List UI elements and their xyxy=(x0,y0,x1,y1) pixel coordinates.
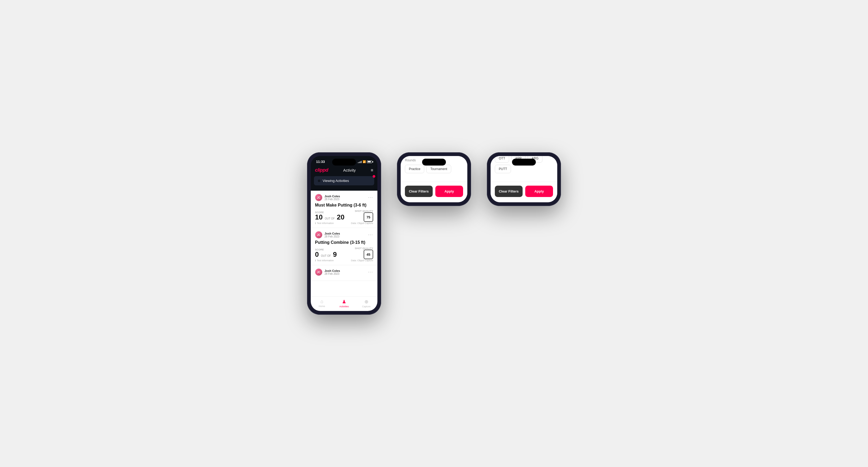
outof-2: OUT OF xyxy=(321,254,331,257)
header-title-1: Activity xyxy=(343,168,356,173)
phone-1: 11:33 📶 clippd Activity xyxy=(307,152,381,315)
filter-pill-putt-3[interactable]: PUTT xyxy=(495,165,511,173)
user-details-2: Josh Coles 28 Feb 2023 xyxy=(324,232,340,238)
capture-icon-1: ⊕ xyxy=(365,299,368,305)
signal-bar-1 xyxy=(358,162,359,163)
avatar-img-2: JC xyxy=(315,231,322,238)
card-header-3: JC Josh Coles 28 Feb 2023 ··· xyxy=(315,269,373,276)
user-info-1: JC Josh Coles 28 Feb 2023 xyxy=(315,194,340,201)
stats-row-1: Score 10 OUT OF 20 Shot Qualit xyxy=(315,210,373,222)
battery-icon-1 xyxy=(367,160,372,163)
nav-capture-label-1: Capture xyxy=(362,305,371,308)
filter-pill-practice-2[interactable]: Practice xyxy=(405,165,424,173)
dynamic-island-2 xyxy=(422,159,446,165)
user-date-3: 28 Feb 2023 xyxy=(324,272,340,275)
more-dots-1[interactable]: ··· xyxy=(368,195,373,200)
avatar-3: JC xyxy=(315,269,322,276)
shot-quality-label-2: Shot Quality xyxy=(355,247,373,250)
phone-2: 11:33 📶 cl xyxy=(397,152,471,206)
user-date-1: 28 Feb 2023 xyxy=(324,198,340,201)
shot-quality-value-2: 45 xyxy=(367,253,370,256)
nav-activities-1[interactable]: ♟ Activities xyxy=(336,299,352,308)
nav-home-1[interactable]: ⌂ Home xyxy=(314,299,330,308)
avatar-1: JC xyxy=(315,194,322,201)
phone-2-screen: 11:33 📶 cl xyxy=(401,156,467,202)
activities-icon-1: ♟ xyxy=(342,299,346,305)
modal-footer-3: Clear Filters Apply xyxy=(491,182,557,202)
shots-value-1: 20 xyxy=(337,214,345,221)
shot-quality-value-1: 75 xyxy=(367,215,370,219)
signal-bar-3 xyxy=(360,161,361,163)
outof-1: OUT OF xyxy=(325,217,335,220)
activity-card-2: JC Josh Coles 28 Feb 2023 ··· Putting Co… xyxy=(311,228,377,265)
phone-3-screen: 11:33 📶 cl xyxy=(491,156,557,202)
avatar-img-3: JC xyxy=(315,269,322,276)
phones-container: 11:33 📶 clippd Activity xyxy=(307,152,561,315)
app-header-1: clippd Activity ≡ xyxy=(311,165,377,176)
home-icon-1: ⌂ xyxy=(320,299,323,304)
user-name-3: Josh Coles xyxy=(324,269,340,272)
viewing-banner-text-1: Viewing Activities xyxy=(323,179,349,183)
activity-title-1: Must Make Putting (3-6 ft) xyxy=(315,203,373,208)
data-source-2: Data: Clippd Capture xyxy=(351,259,373,262)
filter-pill-tournament-2[interactable]: Tournament xyxy=(426,165,451,173)
card-header-2: JC Josh Coles 28 Feb 2023 ··· xyxy=(315,231,373,239)
status-time-1: 11:33 xyxy=(316,160,325,164)
nav-home-label-1: Home xyxy=(319,305,325,308)
test-info-2: ℹ Test Information xyxy=(315,259,334,262)
bottom-nav-1: ⌂ Home ♟ Activities ⊕ Capture xyxy=(311,297,377,311)
score-value-2: 0 xyxy=(315,251,319,258)
menu-icon-1[interactable]: ≡ xyxy=(371,168,373,173)
activity-title-2: Putting Combine (3-15 ft) xyxy=(315,240,373,245)
signal-bar-2 xyxy=(359,162,360,163)
apply-button-2[interactable]: Apply xyxy=(435,186,463,197)
shots-value-2: 9 xyxy=(333,251,337,258)
user-details-1: Josh Coles 28 Feb 2023 xyxy=(324,195,340,201)
more-dots-2[interactable]: ··· xyxy=(368,232,373,237)
logo-1: clippd xyxy=(315,167,328,173)
stats-row-2: Score 0 OUT OF 9 Shot Quality xyxy=(315,247,373,259)
clear-filters-button-3[interactable]: Clear Filters xyxy=(495,186,523,197)
score-value-1: 10 xyxy=(315,214,323,221)
avatar-2: JC xyxy=(315,231,322,239)
user-name-1: Josh Coles xyxy=(324,195,340,198)
more-dots-3[interactable]: ··· xyxy=(368,270,373,275)
user-date-2: 28 Feb 2023 xyxy=(324,235,340,238)
user-info-3: JC Josh Coles 28 Feb 2023 xyxy=(315,269,340,276)
test-info-1: ℹ Test Information xyxy=(315,222,334,224)
filter-pill-ott-3[interactable]: OTT xyxy=(495,156,509,163)
shot-quality-badge-1: 75 xyxy=(364,212,373,222)
battery-fill-1 xyxy=(368,161,371,162)
activity-card-1: JC Josh Coles 28 Feb 2023 ··· Must Make … xyxy=(311,191,377,228)
shot-quality-label-1: Shot Quality xyxy=(355,210,373,212)
activity-card-3: JC Josh Coles 28 Feb 2023 ··· xyxy=(311,265,377,281)
avatar-img-1: JC xyxy=(315,194,322,201)
card-header-1: JC Josh Coles 28 Feb 2023 ··· xyxy=(315,194,373,201)
phone-3: 11:33 📶 cl xyxy=(487,152,561,206)
screen-content-1: JC Josh Coles 28 Feb 2023 ··· Must Make … xyxy=(311,191,377,297)
filter-icon-1: ⚙ xyxy=(318,179,320,183)
card-footer-1: ℹ Test Information Data: Clippd Capture xyxy=(315,222,373,224)
viewing-banner-dot-1 xyxy=(373,175,375,178)
dynamic-island-1 xyxy=(332,159,356,165)
apply-button-3[interactable]: Apply xyxy=(525,186,553,197)
rounds-pills-2: Practice Tournament xyxy=(405,165,463,173)
wifi-icon-1: 📶 xyxy=(363,160,366,163)
modal-footer-2: Clear Filters Apply xyxy=(401,182,467,202)
user-info-2: JC Josh Coles 28 Feb 2023 xyxy=(315,231,340,239)
nav-capture-1[interactable]: ⊕ Capture xyxy=(359,299,374,308)
viewing-banner-1[interactable]: ⚙ Viewing Activities xyxy=(314,176,374,185)
nav-activities-label-1: Activities xyxy=(339,305,349,308)
shot-quality-badge-2: 45 xyxy=(364,250,373,259)
user-details-3: Josh Coles 28 Feb 2023 xyxy=(324,269,340,275)
status-icons-1: 📶 xyxy=(358,160,372,163)
card-footer-2: ℹ Test Information Data: Clippd Capture xyxy=(315,259,373,262)
clear-filters-button-2[interactable]: Clear Filters xyxy=(405,186,433,197)
signal-bar-4 xyxy=(361,161,362,163)
phone-1-screen: 11:33 📶 clippd Activity xyxy=(311,156,377,311)
data-source-1: Data: Clippd Capture xyxy=(351,222,373,224)
user-name-2: Josh Coles xyxy=(324,232,340,235)
signal-bars-1 xyxy=(358,160,362,163)
dynamic-island-3 xyxy=(512,159,536,165)
